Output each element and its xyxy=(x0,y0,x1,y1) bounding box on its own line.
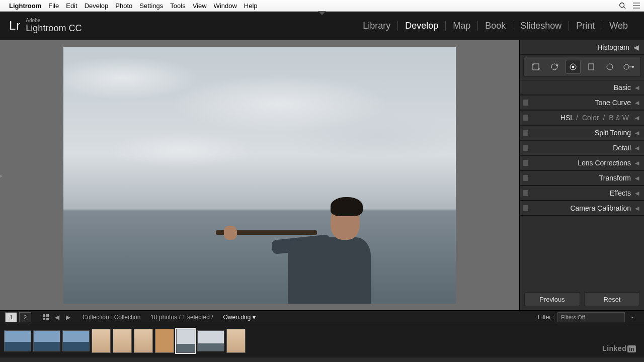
svg-rect-20 xyxy=(46,318,49,320)
module-book[interactable]: Book xyxy=(478,21,513,31)
previous-button[interactable]: Previous xyxy=(524,292,580,306)
module-web[interactable]: Web xyxy=(602,21,635,31)
menu-tools[interactable]: Tools xyxy=(170,2,185,10)
thumb-2[interactable] xyxy=(33,330,60,351)
panel-camera-calibration[interactable]: Camera Calibration◀ xyxy=(520,201,644,216)
current-filename[interactable]: Owen.dng ▾ xyxy=(223,314,255,321)
loupe-canvas[interactable]: ▸ xyxy=(0,40,520,310)
spot-removal-icon[interactable] xyxy=(547,60,562,74)
svg-line-1 xyxy=(624,7,626,9)
reset-button[interactable]: Reset xyxy=(584,292,640,306)
collection-path: Collection : Collection xyxy=(83,314,140,321)
graduated-filter-icon[interactable] xyxy=(584,60,599,74)
spotlight-icon[interactable] xyxy=(619,2,626,9)
thumb-6[interactable] xyxy=(134,329,153,353)
filter-dropdown[interactable]: Filters Off xyxy=(557,312,625,322)
svg-point-14 xyxy=(624,64,629,69)
panel-lens-corrections[interactable]: Lens Corrections◀ xyxy=(520,155,644,170)
panel-hsl-color-bw[interactable]: HSL / Color / B & W ◀ xyxy=(520,110,644,125)
module-print[interactable]: Print xyxy=(569,21,602,31)
thumb-10[interactable] xyxy=(226,329,246,353)
nav-next-icon[interactable]: ▶ xyxy=(63,313,72,322)
brand-product: Lightroom CC xyxy=(26,23,82,33)
filter-label: Filter : xyxy=(538,314,554,321)
menu-settings[interactable]: Settings xyxy=(139,2,163,10)
module-library[interactable]: Library xyxy=(356,21,397,31)
collapse-icon[interactable]: ◀ xyxy=(633,43,639,51)
grid-view-icon[interactable] xyxy=(41,313,50,322)
svg-point-0 xyxy=(620,3,624,8)
top-panel-notch-icon[interactable] xyxy=(318,11,326,15)
menu-develop[interactable]: Develop xyxy=(85,2,109,10)
thumb-5[interactable] xyxy=(113,329,132,353)
menu-help[interactable]: Help xyxy=(244,2,258,10)
svg-rect-12 xyxy=(589,64,594,70)
radial-filter-icon[interactable] xyxy=(602,60,617,74)
develop-tool-strip xyxy=(523,57,641,77)
svg-rect-19 xyxy=(43,318,45,320)
nav-prev-icon[interactable]: ◀ xyxy=(52,313,61,322)
thumb-4[interactable] xyxy=(92,329,111,353)
thumb-7[interactable] xyxy=(155,329,174,353)
secondary-toolbar: 1 2 ◀ ▶ Collection : Collection 10 photo… xyxy=(0,310,644,324)
panel-header-histogram[interactable]: Histogram ◀ xyxy=(520,40,644,55)
thumb-8[interactable] xyxy=(176,329,195,353)
svg-rect-18 xyxy=(46,314,49,317)
histogram-label: Histogram xyxy=(597,43,629,51)
workspace: ▸ Histogram ◀ Basic◀ xyxy=(0,40,644,310)
mac-menubar: Lightroom File Edit Develop Photo Settin… xyxy=(0,0,644,12)
color-tab[interactable]: Color xyxy=(582,114,599,122)
left-panel-expand-icon[interactable]: ▸ xyxy=(0,172,3,178)
svg-point-8 xyxy=(551,64,557,70)
adjustment-brush-icon[interactable] xyxy=(621,60,636,74)
menu-list-icon[interactable] xyxy=(633,3,640,9)
svg-point-11 xyxy=(572,66,574,68)
filter-lock-icon[interactable]: ▪ xyxy=(628,313,637,322)
identity-bar: Lr Adobe Lightroom CC Library Develop Ma… xyxy=(0,12,644,40)
photo-count: 10 photos / 1 selected / xyxy=(150,314,213,321)
develop-right-panel: Histogram ◀ Basic◀ Tone Curve◀ HSL / Col… xyxy=(520,40,644,310)
panel-detail[interactable]: Detail◀ xyxy=(520,140,644,155)
menu-edit[interactable]: Edit xyxy=(66,2,77,10)
thumb-1[interactable] xyxy=(4,330,31,351)
module-develop[interactable]: Develop xyxy=(398,21,445,31)
panel-tone-curve[interactable]: Tone Curve◀ xyxy=(520,95,644,110)
menubar-app-name[interactable]: Lightroom xyxy=(9,2,41,10)
page-1-button[interactable]: 1 xyxy=(5,312,17,322)
hsl-tab[interactable]: HSL xyxy=(560,114,574,122)
lr-logo: Lr xyxy=(9,19,21,33)
panel-split-toning[interactable]: Split Toning◀ xyxy=(520,125,644,140)
page-2-button[interactable]: 2 xyxy=(19,312,31,322)
main-photo xyxy=(63,47,456,304)
filmstrip[interactable]: Linkedin xyxy=(0,324,644,357)
panel-transform[interactable]: Transform◀ xyxy=(520,170,644,186)
svg-point-13 xyxy=(607,64,613,70)
svg-rect-17 xyxy=(43,314,45,317)
menu-view[interactable]: View xyxy=(193,2,207,10)
crop-tool-icon[interactable] xyxy=(528,60,543,74)
footer-spacer xyxy=(0,357,644,362)
menu-photo[interactable]: Photo xyxy=(115,2,132,10)
svg-point-16 xyxy=(632,66,633,68)
brand-adobe: Adobe xyxy=(26,18,82,23)
linkedin-watermark: Linkedin xyxy=(602,344,636,352)
thumb-3[interactable] xyxy=(62,330,90,351)
menu-window[interactable]: Window xyxy=(214,2,237,10)
panel-basic[interactable]: Basic◀ xyxy=(520,80,644,95)
menu-file[interactable]: File xyxy=(48,2,59,10)
bw-tab[interactable]: B & W xyxy=(609,114,629,122)
redeye-tool-icon[interactable] xyxy=(566,60,581,74)
module-map[interactable]: Map xyxy=(446,21,477,31)
thumb-9[interactable] xyxy=(197,330,224,351)
module-slideshow[interactable]: Slideshow xyxy=(513,21,569,31)
module-picker: Library Develop Map Book Slideshow Print… xyxy=(356,21,635,31)
panel-effects[interactable]: Effects◀ xyxy=(520,186,644,201)
